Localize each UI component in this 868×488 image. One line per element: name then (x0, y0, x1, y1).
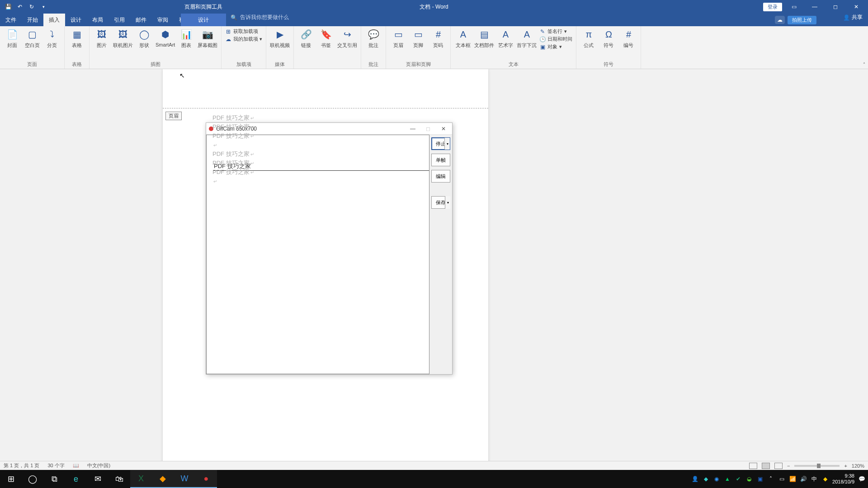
minimize-icon[interactable]: — (806, 2, 824, 11)
ribbon-button[interactable]: A艺术字 (497, 28, 514, 49)
tab-review[interactable]: 审阅 (152, 14, 174, 26)
view-web-icon[interactable] (774, 463, 783, 469)
ribbon-button[interactable]: ◯形状 (136, 28, 153, 49)
mail-icon[interactable]: ✉ (87, 470, 108, 488)
ribbon-button[interactable]: 💬批注 (365, 28, 382, 49)
zoom-level[interactable]: 120% (852, 463, 864, 469)
ribbon-button[interactable]: ▶联机视频 (270, 28, 290, 49)
ribbon-button[interactable]: 📷屏幕截图 (198, 28, 217, 49)
ribbon-group: ⊞获取加载项☁我的加载项 ▾加载项 (222, 26, 266, 69)
ribbon-button[interactable]: 📄封面 (4, 28, 21, 49)
ribbon-button[interactable]: #页码 (429, 28, 447, 49)
tab-design[interactable]: 设计 (65, 14, 87, 26)
ribbon-button[interactable]: 🔗链接 (297, 28, 315, 49)
cloud-upload[interactable]: ☁ 拍照上传 (773, 14, 818, 26)
tab-header-footer-design[interactable]: 设计 (181, 14, 226, 26)
ribbon-button[interactable]: ▣对象 ▾ (539, 43, 572, 50)
ribbon-button[interactable]: ↪交叉引用 (337, 28, 357, 49)
ribbon-button[interactable]: #编号 (620, 28, 637, 49)
ribbon-button[interactable]: ▭页眉 (390, 28, 407, 49)
status-page[interactable]: 第 1 页，共 1 页 (4, 462, 39, 469)
collapse-ribbon-icon[interactable]: ˄ (863, 62, 865, 67)
gifcam-taskbar-icon[interactable]: ● (195, 470, 217, 488)
tray-icon[interactable]: ◒ (745, 475, 753, 483)
person-icon: 👤 (843, 14, 850, 21)
ribbon-button[interactable]: Ω符号 (600, 28, 617, 49)
status-language[interactable]: 中文(中国) (87, 462, 110, 469)
clock[interactable]: 9:38 2018/10/9 (832, 473, 854, 485)
volume-icon[interactable]: 🔊 (800, 475, 807, 483)
start-button[interactable]: ⊞ (0, 470, 22, 488)
qat-dropdown-icon[interactable]: ▾ (40, 3, 47, 10)
chevron-down-icon[interactable]: ▾ (445, 196, 450, 209)
share-button[interactable]: 👤 共享 (843, 14, 863, 21)
people-icon[interactable]: 👤 (691, 475, 698, 483)
status-spellcheck-icon[interactable]: 📖 (73, 463, 79, 469)
ribbon-options-icon[interactable]: ▭ (785, 2, 803, 11)
gifcam-frame-button[interactable]: 单帧 (431, 154, 450, 166)
ribbon-button[interactable]: ▭页脚 (410, 28, 427, 49)
login-button[interactable]: 登录 (763, 3, 782, 11)
tray-icon[interactable]: ◆ (702, 475, 709, 483)
gifcam-minimize-icon[interactable]: — (405, 123, 420, 134)
ribbon-button[interactable]: ⤵分页 (43, 28, 61, 49)
cortana-icon[interactable]: ◯ (22, 470, 43, 488)
zoom-in-icon[interactable]: + (844, 463, 847, 469)
tab-references[interactable]: 引用 (108, 14, 130, 26)
save-icon[interactable]: 💾 (5, 3, 12, 10)
ribbon-button[interactable]: 🔖书签 (317, 28, 335, 49)
undo-icon[interactable]: ↶ (16, 3, 24, 10)
ribbon-button[interactable]: ⊞获取加载项 (225, 28, 262, 35)
app-orange-icon[interactable]: ◆ (152, 470, 174, 488)
gifcam-stop-button[interactable]: 停止▾ (431, 137, 450, 150)
ribbon-button[interactable]: A文本框 (454, 28, 472, 49)
word-icon[interactable]: W (174, 470, 195, 488)
tray-icon[interactable]: ▣ (756, 475, 764, 483)
ribbon-button[interactable]: π公式 (580, 28, 597, 49)
tray-icon[interactable]: ◆ (821, 475, 829, 483)
tell-me[interactable]: 🔍 告诉我你想要做什么 (231, 14, 289, 21)
tab-mailings[interactable]: 邮件 (130, 14, 152, 26)
ribbon-button[interactable]: ▦表格 (68, 28, 85, 49)
ime-icon[interactable]: 中 (811, 475, 818, 483)
view-print-icon[interactable] (762, 463, 770, 469)
tray-icon[interactable]: ◉ (713, 475, 720, 483)
battery-icon[interactable]: ▭ (778, 475, 785, 483)
tab-file[interactable]: 文件 (0, 14, 22, 26)
close-icon[interactable]: ✕ (847, 2, 865, 11)
redo-icon[interactable]: ↻ (28, 3, 35, 10)
taskview-icon[interactable]: ⧉ (43, 470, 65, 488)
gifcam-save-button[interactable]: 保存▾ (431, 196, 450, 209)
ribbon-button[interactable]: ▢空白页 (24, 28, 41, 49)
ribbon-button[interactable]: A首字下沉 (517, 28, 537, 49)
tray-icon[interactable]: ✔ (735, 475, 742, 483)
gifcam-maximize-icon[interactable]: ◻ (420, 123, 436, 134)
ribbon-button-label: 对象 ▾ (547, 43, 561, 50)
ribbon-button[interactable]: ☁我的加载项 ▾ (225, 36, 262, 42)
tab-home[interactable]: 开始 (22, 14, 43, 26)
edge-icon[interactable]: e (65, 470, 87, 488)
ribbon-button[interactable]: 🕒日期和时间 (539, 36, 572, 42)
gifcam-edit-button[interactable]: 编辑 (431, 170, 450, 183)
ribbon-button[interactable]: ▤文档部件 (474, 28, 494, 49)
excel-icon[interactable]: X (130, 470, 152, 488)
status-word-count[interactable]: 30 个字 (47, 462, 64, 469)
ribbon-button[interactable]: ✎签名行 ▾ (539, 28, 572, 35)
wifi-icon[interactable]: 📶 (789, 475, 796, 483)
zoom-out-icon[interactable]: − (787, 463, 790, 469)
chevron-down-icon[interactable]: ▾ (444, 138, 450, 150)
maximize-icon[interactable]: ◻ (826, 2, 844, 11)
ribbon-button[interactable]: 🖼图片 (93, 28, 110, 49)
view-read-icon[interactable] (749, 463, 757, 469)
tab-insert[interactable]: 插入 (43, 14, 65, 26)
gifcam-close-icon[interactable]: ✕ (436, 123, 451, 134)
tray-chevron-up-icon[interactable]: ˄ (767, 475, 774, 483)
tray-icon[interactable]: ▲ (724, 475, 731, 483)
action-center-icon[interactable]: 💬 (858, 475, 865, 483)
ribbon-button[interactable]: 🖼联机图片 (113, 28, 133, 49)
ribbon-button[interactable]: ⬢SmartArt (156, 28, 175, 49)
tab-layout[interactable]: 布局 (87, 14, 108, 26)
ribbon-button[interactable]: 📊图表 (178, 28, 195, 49)
store-icon[interactable]: 🛍 (108, 470, 130, 488)
zoom-slider[interactable] (794, 465, 840, 467)
